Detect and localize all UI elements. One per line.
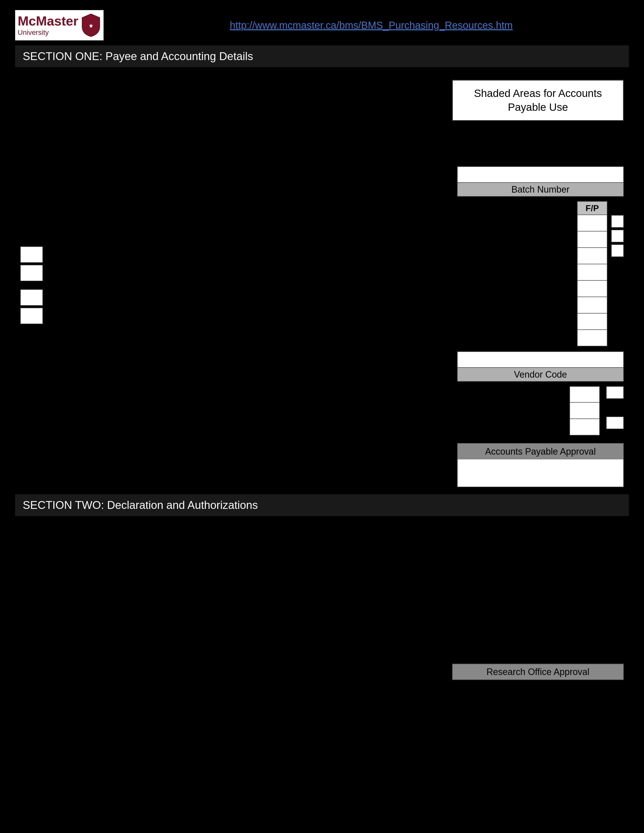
left-checkbox-3[interactable] <box>20 289 43 306</box>
batch-number-label: Batch Number <box>457 183 624 197</box>
section-one-title: SECTION ONE: Payee and Accounting Detail… <box>23 50 253 62</box>
section-one-content: Shaded Areas for Accounts Payable Use Ba… <box>15 75 629 494</box>
fp-area: F/P <box>577 201 624 346</box>
left-checkboxes-group2 <box>20 289 43 324</box>
right-checkboxes <box>606 386 624 429</box>
research-approval-field: Research Office Approval <box>452 664 624 680</box>
section-one-header: SECTION ONE: Payee and Accounting Detail… <box>15 45 629 67</box>
vendor-code-field: Vendor Code <box>457 351 624 382</box>
fp-row-4[interactable] <box>577 264 607 281</box>
fp-checkbox-2[interactable] <box>611 230 624 242</box>
fp-row-6[interactable] <box>577 297 607 314</box>
batch-number-input[interactable] <box>457 166 624 183</box>
section-two-header: SECTION TWO: Declaration and Authorizati… <box>15 494 629 516</box>
research-office-label: Research Office Approval <box>452 664 624 680</box>
logo-sub: University <box>18 29 78 37</box>
shaded-areas-label: Shaded Areas for Accounts Payable Use <box>474 87 602 113</box>
left-checkbox-2[interactable] <box>20 265 43 281</box>
section-two-content: Research Office Approval <box>15 516 629 693</box>
section-one-left <box>15 75 442 494</box>
fp-row-5[interactable] <box>577 281 607 297</box>
fp-row-1[interactable] <box>577 215 607 232</box>
shield-icon: ⚜ <box>81 13 101 38</box>
ap-approval-input[interactable] <box>457 460 624 487</box>
right-checkbox-1[interactable] <box>606 386 624 399</box>
fp-header: F/P <box>577 201 607 215</box>
fp-checkboxes <box>611 201 624 257</box>
ap-approval-field: Accounts Payable Approval <box>457 443 624 487</box>
vendor-code-input[interactable] <box>457 351 624 368</box>
fp-column-2 <box>570 386 600 436</box>
batch-number-field: Batch Number <box>457 166 624 197</box>
fp-row-3[interactable] <box>577 248 607 264</box>
fp-area-2 <box>570 386 624 436</box>
vendor-code-label: Vendor Code <box>457 368 624 382</box>
shaded-areas-box: Shaded Areas for Accounts Payable Use <box>452 80 624 121</box>
section-two-title: SECTION TWO: Declaration and Authorizati… <box>23 499 258 511</box>
bms-link[interactable]: http://www.mcmaster.ca/bms/BMS_Purchasin… <box>114 20 629 31</box>
logo-name: McMaster <box>18 14 78 28</box>
fp-checkbox-1[interactable] <box>611 215 624 228</box>
fp-row-2[interactable] <box>577 232 607 248</box>
fp2-row-3[interactable] <box>570 419 600 436</box>
fp2-row-2[interactable] <box>570 403 600 419</box>
fp-checkbox-3[interactable] <box>611 244 624 257</box>
fp2-row-1[interactable] <box>570 386 600 403</box>
section-one-right: Shaded Areas for Accounts Payable Use Ba… <box>442 75 629 494</box>
left-checkbox-1[interactable] <box>20 246 43 263</box>
fp-row-8[interactable] <box>577 330 607 346</box>
left-checkbox-4[interactable] <box>20 308 43 324</box>
fp-row-7[interactable] <box>577 314 607 330</box>
logo-area: McMaster University ⚜ <box>15 10 103 40</box>
left-checkboxes-group1 <box>20 246 43 281</box>
fp-column: F/P <box>577 201 607 346</box>
header: McMaster University ⚜ http://www.mcmaste… <box>15 10 629 40</box>
svg-text:⚜: ⚜ <box>89 23 93 29</box>
right-checkbox-2[interactable] <box>606 416 624 429</box>
ap-approval-label: Accounts Payable Approval <box>457 443 624 460</box>
